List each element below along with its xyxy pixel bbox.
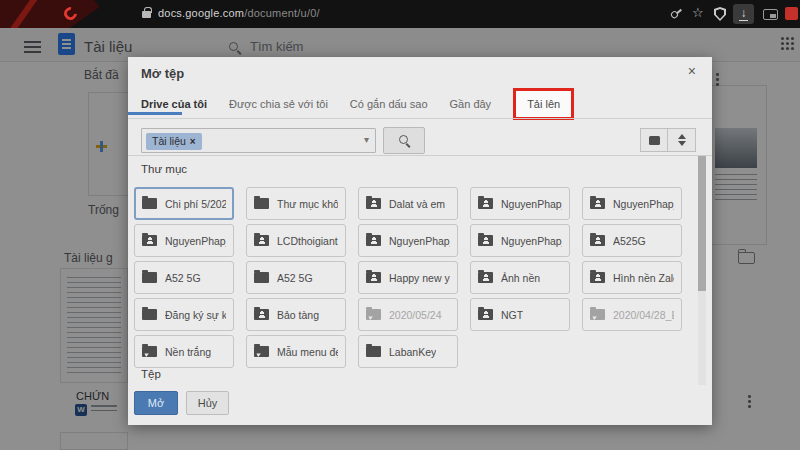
folder-card[interactable]: LCDthoigianthuc... <box>246 224 346 257</box>
search-chip[interactable]: Tài liệu× <box>146 133 202 150</box>
search-icon <box>398 134 411 147</box>
sort-icon <box>678 134 686 146</box>
folder-card[interactable]: 2020/04/28_Env... <box>582 298 682 331</box>
dialog-scrollbar[interactable] <box>698 156 706 385</box>
close-icon[interactable]: × <box>688 63 696 79</box>
folder-name: Nền trắng <box>165 346 211 358</box>
folder-name: NguyenPhap_31... <box>389 235 450 247</box>
folder-name: 2020/05/24 <box>389 309 442 321</box>
folder-card[interactable]: Chi phí 5/2021 <box>134 187 234 220</box>
folder-name: Thư mục không ... <box>277 198 338 210</box>
view-controls <box>640 128 696 152</box>
folder-card[interactable]: NguyenPhap_31... <box>358 224 458 257</box>
folder-name: A52 5G <box>165 272 201 284</box>
folder-shared-icon <box>590 272 605 283</box>
folder-grid: Chi phí 5/2021Thư mục không ...Dalat và … <box>134 187 694 368</box>
folder-name: NguyenPhap_31... <box>613 198 674 210</box>
folders-section-label: Thư mục <box>141 163 187 175</box>
folder-shared-icon <box>478 272 493 283</box>
folder-name: Bảo tàng <box>277 309 319 321</box>
browser-chrome: docs.google.com/document/u/0/ ☆ ↓ <box>0 0 800 28</box>
folder-shortcut-icon <box>590 309 605 320</box>
folder-icon <box>254 198 269 209</box>
folder-card[interactable]: Ảnh nền <box>470 261 570 294</box>
folder-card[interactable]: NguyenPhap_31... <box>470 224 570 257</box>
tab-gần-đây[interactable]: Gần đây <box>450 98 492 110</box>
scrollbar-thumb[interactable] <box>698 156 706 291</box>
folder-card[interactable]: Hình nền Zalo N... <box>582 261 682 294</box>
search-button[interactable] <box>383 127 425 154</box>
folder-name: A52 5G <box>277 272 313 284</box>
folder-name: Đăng ký sự kiện ... <box>165 309 226 321</box>
folder-shared-icon <box>366 272 381 283</box>
tab-được-chia-sẻ-với-tôi[interactable]: Được chia sẻ với tôi <box>229 98 328 110</box>
sort-button[interactable] <box>668 128 696 152</box>
folder-card[interactable]: 2020/05/24 <box>358 298 458 331</box>
folder-card[interactable]: A525G <box>582 224 682 257</box>
folder-card[interactable]: Nền trắng <box>134 335 234 368</box>
folder-icon <box>142 272 157 283</box>
picture-in-picture-icon[interactable] <box>763 9 778 20</box>
folder-icon <box>142 309 157 320</box>
download-button[interactable]: ↓ <box>733 4 754 24</box>
tab-drive-của-tôi[interactable]: Drive của tôi <box>141 98 207 110</box>
folder-shared-icon <box>478 309 493 320</box>
divider <box>128 155 712 156</box>
lock-icon[interactable] <box>142 11 151 18</box>
folder-name: LCDthoigianthuc... <box>277 235 338 247</box>
folder-card[interactable]: Mẫu menu đẹp <box>246 335 346 368</box>
password-key-icon[interactable] <box>670 7 687 24</box>
folder-name: Ảnh nền <box>501 272 540 284</box>
divider <box>128 118 712 119</box>
folder-name: Dalat và em <box>389 198 445 210</box>
open-button[interactable]: Mở <box>134 391 178 415</box>
drive-search-input[interactable]: Tài liệu× ▾ <box>141 128 376 153</box>
screen: docs.google.com/document/u/0/ ☆ ↓ Tài li… <box>0 0 800 450</box>
url-host: docs.google.com <box>158 7 244 19</box>
folder-shared-icon <box>478 235 493 246</box>
tab-có-gắn-dấu-sao[interactable]: Có gắn dấu sao <box>350 98 428 110</box>
active-tab-underline <box>128 112 182 115</box>
tab-tải-lên[interactable]: Tải lên <box>513 88 574 120</box>
folder-card[interactable]: Thư mục không ... <box>246 187 346 220</box>
folder-shared-icon <box>590 198 605 209</box>
folder-card[interactable]: NguyenPhap_31... <box>134 224 234 257</box>
folder-card[interactable]: A52 5G <box>246 261 346 294</box>
folder-card[interactable]: Bảo tàng <box>246 298 346 331</box>
folder-name: 2020/04/28_Env... <box>613 309 674 321</box>
browser-profile-avatar[interactable] <box>785 7 798 20</box>
address-bar[interactable]: docs.google.com/document/u/0/ <box>158 7 320 19</box>
folder-card[interactable]: Đăng ký sự kiện ... <box>134 298 234 331</box>
folder-name: LabanKey <box>389 346 436 358</box>
shield-icon[interactable] <box>714 7 726 21</box>
folder-name: NguyenPhap_31... <box>165 235 226 247</box>
search-chip-label: Tài liệu <box>152 135 186 147</box>
chevron-down-icon[interactable]: ▾ <box>364 134 369 145</box>
cancel-button[interactable]: Hủy <box>186 391 229 415</box>
url-path: /document/u/0/ <box>244 7 320 19</box>
bookmark-star-icon[interactable]: ☆ <box>692 5 704 20</box>
grid-view-toggle-button[interactable] <box>640 128 668 152</box>
chip-remove-icon[interactable]: × <box>190 136 196 147</box>
folder-name: Chi phí 5/2021 <box>165 198 226 210</box>
folder-name: Happy new year <box>389 272 450 284</box>
folder-card[interactable]: Happy new year <box>358 261 458 294</box>
dialog-tabs: Drive của tôiĐược chia sẻ với tôiCó gắn … <box>141 88 596 119</box>
folder-name: NguyenPhap_31... <box>501 235 562 247</box>
folder-shortcut-icon <box>142 346 157 357</box>
folder-card[interactable]: NguyenPhap_31... <box>582 187 682 220</box>
folder-icon <box>142 198 157 209</box>
folder-name: Mẫu menu đẹp <box>277 346 338 358</box>
folder-shortcut-icon <box>366 309 381 320</box>
folder-card[interactable]: NGT <box>470 298 570 331</box>
folder-shared-icon <box>590 235 605 246</box>
folder-card[interactable]: A52 5G <box>134 261 234 294</box>
folder-shared-icon <box>142 235 157 246</box>
folder-name: Hình nền Zalo N... <box>613 272 674 284</box>
folder-card[interactable]: LabanKey <box>358 335 458 368</box>
folder-shared-icon <box>478 198 493 209</box>
folder-card[interactable]: NguyenPhap_31... <box>470 187 570 220</box>
folder-shared-icon <box>254 235 269 246</box>
open-file-dialog: Mở tệp × Drive của tôiĐược chia sẻ với t… <box>128 57 712 425</box>
folder-card[interactable]: Dalat và em <box>358 187 458 220</box>
